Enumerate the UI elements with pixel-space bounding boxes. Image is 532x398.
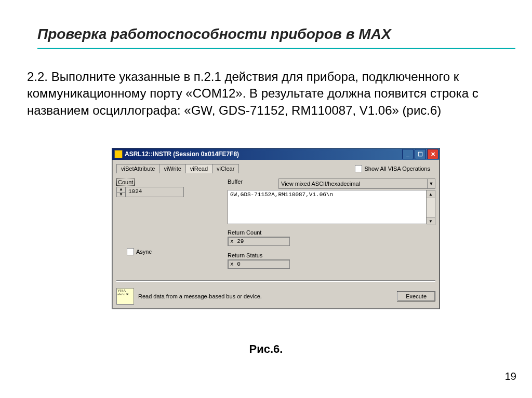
- show-all-label: Show All VISA Operations: [364, 166, 430, 172]
- dialog-body: viSetAttribute viWrite viRead viClear Sh…: [112, 160, 440, 309]
- scroll-up-icon[interactable]: ▲: [427, 190, 435, 198]
- async-row[interactable]: Async: [116, 246, 152, 257]
- tab-viclear[interactable]: viClear: [212, 164, 239, 173]
- buffer-textarea[interactable]: GW,GDS-71152A,RM110087,V1.06\n: [228, 190, 427, 224]
- maximize-button[interactable]: ☐: [415, 149, 426, 159]
- form-row-mid: Async Return Count x 29 Return Status x …: [116, 229, 435, 274]
- footer-left: VISA abc\n R Read data from a message-ba…: [116, 288, 262, 305]
- page-number: 19: [505, 370, 516, 382]
- form-row-top: Count ▲ ▼ 1024 Buffer View mixed ASCII/h…: [116, 179, 435, 225]
- count-input[interactable]: 1024: [126, 187, 184, 197]
- async-label: Async: [136, 249, 152, 255]
- app-icon: [114, 150, 123, 158]
- tab-viwrite[interactable]: viWrite: [159, 164, 185, 173]
- tab-viread[interactable]: viRead: [185, 164, 212, 173]
- title-divider: [37, 48, 515, 49]
- show-all-checkbox[interactable]: [355, 165, 362, 172]
- return-count-group: Return Count x 29 Return Status x 0: [228, 229, 435, 274]
- return-count-label: Return Count: [228, 229, 261, 236]
- slide-body: 2.2. Выполните указанные в п.2.1 действи…: [27, 68, 484, 119]
- visa-dialog: ASRL12::INSTR (Session 0x014FE7F8) _ ☐ ✕…: [112, 148, 440, 309]
- buffer-mode-text: View mixed ASCII/hexadecimal: [279, 181, 427, 187]
- close-button[interactable]: ✕: [427, 149, 438, 159]
- return-count-value: x 29: [228, 237, 290, 246]
- slide: Проверка работоспособности приборов в MA…: [0, 0, 532, 398]
- buffer-textarea-wrap: GW,GDS-71152A,RM110087,V1.06\n ▲ ▼: [228, 190, 435, 225]
- tab-visetattribute[interactable]: viSetAttribute: [116, 164, 159, 173]
- titlebar[interactable]: ASRL12::INSTR (Session 0x014FE7F8) _ ☐ ✕: [112, 148, 440, 160]
- async-checkbox[interactable]: [127, 248, 134, 255]
- window-buttons: _ ☐ ✕: [402, 149, 438, 159]
- return-status-label: Return Status: [228, 252, 262, 258]
- count-spinner[interactable]: ▲ ▼ 1024: [116, 187, 184, 197]
- footer-hint: Read data from a message-based bus or de…: [138, 293, 262, 299]
- spinner-down-icon[interactable]: ▼: [117, 193, 125, 197]
- count-group: Count ▲ ▼ 1024: [116, 179, 220, 197]
- buffer-scrollbar[interactable]: ▲ ▼: [427, 190, 435, 225]
- scroll-track[interactable]: [427, 198, 435, 217]
- show-all-operations[interactable]: Show All VISA Operations: [355, 165, 430, 172]
- execute-button[interactable]: Execute: [397, 291, 435, 301]
- buffer-labels: Buffer View mixed ASCII/hexadecimal ▼: [228, 179, 435, 189]
- visa-icon: VISA abc\n R: [116, 288, 134, 305]
- minimize-button[interactable]: _: [402, 149, 414, 159]
- titlebar-left: ASRL12::INSTR (Session 0x014FE7F8): [114, 150, 239, 158]
- scroll-down-icon[interactable]: ▼: [427, 217, 435, 225]
- slide-title: Проверка работоспособности приборов в MA…: [37, 26, 391, 43]
- chevron-down-icon: ▼: [427, 179, 435, 188]
- figure-caption: Рис.6.: [0, 342, 532, 356]
- tabs: viSetAttribute viWrite viRead viClear: [116, 164, 238, 173]
- buffer-group: Buffer View mixed ASCII/hexadecimal ▼ GW…: [228, 179, 435, 225]
- window-title: ASRL12::INSTR (Session 0x014FE7F8): [125, 150, 239, 158]
- count-label: Count: [116, 179, 135, 186]
- return-status-value: x 0: [228, 259, 290, 269]
- buffer-label: Buffer: [228, 179, 243, 188]
- divider: [116, 280, 435, 282]
- tab-row: viSetAttribute viWrite viRead viClear Sh…: [116, 164, 435, 173]
- buffer-mode-dropdown[interactable]: View mixed ASCII/hexadecimal ▼: [278, 179, 435, 189]
- spinner-arrows[interactable]: ▲ ▼: [116, 187, 126, 197]
- dialog-footer: VISA abc\n R Read data from a message-ba…: [116, 288, 435, 305]
